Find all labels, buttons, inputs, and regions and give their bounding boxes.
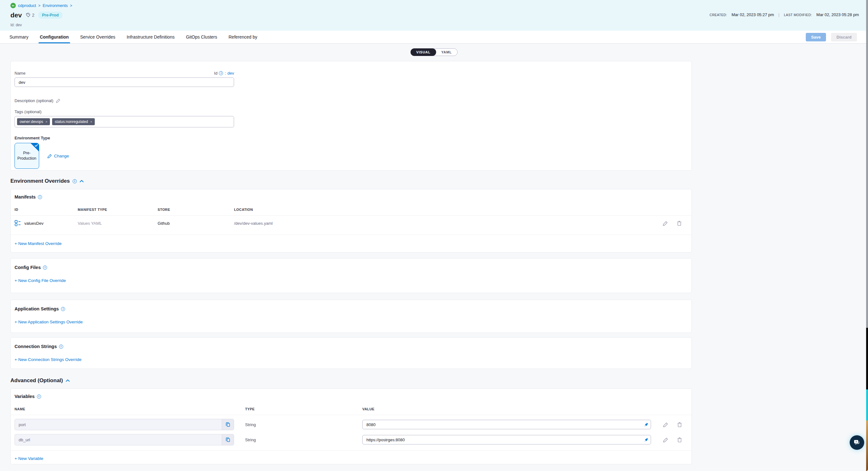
fixed-value-pin-button[interactable] — [644, 435, 649, 444]
info-icon[interactable]: i — [73, 179, 77, 183]
help-chat-button[interactable]: ? — [850, 435, 864, 450]
divider — [11, 450, 691, 451]
collapse-chevron-icon[interactable] — [66, 379, 70, 382]
delete-variable-button[interactable] — [677, 437, 682, 443]
col-id: ID — [14, 208, 78, 211]
screen-edge-artifact — [866, 420, 868, 471]
info-icon[interactable]: i — [61, 307, 65, 311]
change-env-type-link[interactable]: Change — [48, 154, 69, 158]
scrollbar-track — [866, 0, 868, 328]
svg-text:?: ? — [856, 440, 857, 443]
scrollbar-accent — [866, 389, 868, 420]
edit-variable-button[interactable] — [663, 437, 669, 443]
pencil-icon — [663, 437, 669, 443]
tag-chip-label: status:nonregulated — [55, 119, 88, 124]
delete-variable-button[interactable] — [677, 422, 682, 428]
application-settings-heading: Application Settings i — [14, 306, 691, 312]
id-label: Id — [214, 71, 218, 76]
breadcrumb-separator: > — [38, 3, 40, 8]
toggle-yaml[interactable]: YAML — [436, 49, 457, 56]
manifests-table-header: ID MANIFEST TYPE STORE LOCATION — [14, 208, 691, 211]
id-display: Id i : dev — [214, 71, 234, 76]
toggle-visual[interactable]: VISUAL — [411, 48, 436, 56]
check-icon — [35, 144, 38, 147]
variable-value-input[interactable] — [362, 435, 651, 444]
breadcrumb-separator: > — [70, 3, 72, 8]
col-name: NAME — [14, 407, 234, 411]
tab-gitops-clusters[interactable]: GitOps Clusters — [186, 31, 217, 43]
manifest-location: /dev/dev-values.yaml — [234, 221, 653, 226]
copy-variable-button[interactable] — [222, 434, 234, 445]
pin-icon — [644, 422, 649, 427]
collapse-chevron-icon[interactable] — [80, 180, 84, 182]
env-type-card-preproduction[interactable]: Pre-Production — [14, 143, 39, 169]
tag-icon — [26, 13, 31, 18]
edit-manifest-button[interactable] — [663, 220, 668, 226]
advanced-optional-heading: Advanced (Optional) — [10, 377, 70, 384]
edit-variable-button[interactable] — [663, 422, 669, 428]
name-input[interactable] — [14, 78, 234, 87]
new-application-settings-override-link[interactable]: + New Application Settings Override — [14, 320, 83, 324]
trash-icon — [677, 437, 682, 443]
remove-tag-icon[interactable]: × — [90, 120, 92, 124]
tab-referenced-by[interactable]: Referenced by — [228, 31, 257, 43]
pin-icon — [644, 438, 649, 442]
entity-id: Id: dev — [10, 23, 22, 27]
breadcrumb-project[interactable]: cdproduct — [18, 3, 36, 8]
col-location: LOCATION — [234, 208, 653, 211]
manifests-card: Manifests i ID MANIFEST TYPE STORE LOCAT… — [10, 189, 692, 253]
new-config-file-override-link[interactable]: + New Config File Override — [14, 278, 66, 283]
config-files-heading: Config Files i — [14, 265, 691, 270]
remove-tag-icon[interactable]: × — [45, 120, 48, 124]
variable-name-input[interactable] — [14, 419, 234, 430]
info-icon[interactable]: i — [59, 345, 63, 349]
connection-strings-heading: Connection Strings i — [14, 344, 691, 349]
manifest-store: Github — [158, 221, 234, 226]
config-files-card: Config Files i + New Config File Overrid… — [10, 258, 692, 293]
info-icon[interactable]: i — [43, 266, 47, 270]
tag-chip: owner:devops × — [17, 118, 50, 125]
connection-strings-card: Connection Strings i + New Connection St… — [10, 337, 692, 369]
info-icon[interactable]: i — [37, 394, 41, 399]
tags-input[interactable]: owner:devops × status:nonregulated × — [14, 116, 234, 127]
pencil-icon — [48, 154, 52, 158]
id-value-link[interactable]: dev — [227, 71, 234, 76]
pencil-icon — [663, 220, 668, 226]
new-variable-link[interactable]: + New Variable — [14, 456, 43, 461]
delete-manifest-button[interactable] — [677, 220, 682, 226]
breadcrumb: ∞ cdproduct > Environments > — [10, 3, 72, 8]
page-header-banner: ∞ cdproduct > Environments > dev 2 Pre-P… — [0, 0, 868, 31]
tab-service-overrides[interactable]: Service Overrides — [80, 31, 115, 43]
scrollbar-thumb[interactable] — [866, 328, 868, 389]
breadcrumb-environments[interactable]: Environments — [43, 3, 68, 8]
variable-name-input[interactable] — [14, 434, 234, 445]
col-type: TYPE — [234, 407, 362, 411]
manifest-id: valuesDev — [24, 221, 43, 226]
description-label: Description (optional) — [14, 98, 53, 103]
basic-info-card: Name Id i : dev Description (optional) T… — [10, 61, 692, 171]
manifest-row[interactable]: valuesDev Values YAML Github /dev/dev-va… — [14, 215, 691, 231]
variable-row: String — [14, 419, 691, 430]
discard-button[interactable]: Discard — [831, 33, 857, 41]
fixed-value-pin-button[interactable] — [644, 420, 649, 429]
new-manifest-override-link[interactable]: + New Manifest Override — [14, 241, 62, 246]
variable-type: String — [234, 422, 362, 427]
tab-configuration[interactable]: Configuration — [40, 31, 69, 43]
save-button[interactable]: Save — [806, 33, 826, 41]
id-colon: : — [224, 71, 226, 76]
edit-description-icon[interactable] — [56, 98, 61, 103]
view-mode-toggle: VISUAL YAML — [411, 48, 458, 56]
col-manifest-type: MANIFEST TYPE — [78, 208, 158, 211]
variable-value-input[interactable] — [362, 420, 651, 429]
new-connection-strings-override-link[interactable]: + New Connection Strings Override — [14, 357, 82, 362]
env-type-badge: Pre-Prod — [38, 12, 63, 19]
variable-row: String — [14, 434, 691, 445]
environment-overrides-heading: Environment Overrides i — [10, 178, 84, 184]
variables-table-header: NAME TYPE VALUE — [14, 407, 691, 411]
tab-summary[interactable]: Summary — [9, 31, 28, 43]
tab-infrastructure-definitions[interactable]: Infrastructure Definitions — [127, 31, 175, 43]
copy-variable-button[interactable] — [222, 419, 234, 430]
info-icon[interactable]: i — [38, 195, 42, 199]
tab-bar: Summary Configuration Service Overrides … — [0, 31, 868, 43]
id-info-icon[interactable]: i — [219, 71, 223, 75]
